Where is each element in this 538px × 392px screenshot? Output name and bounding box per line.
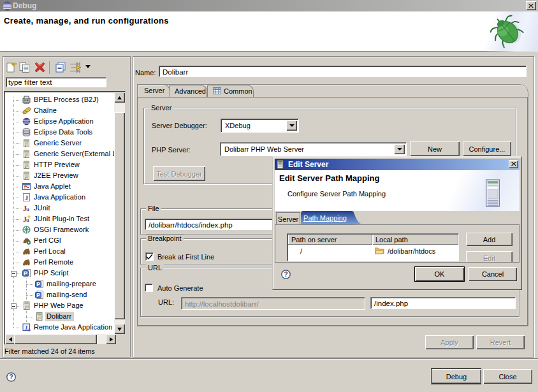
svg-text:u: u [26, 206, 29, 212]
svg-text:P: P [24, 270, 27, 277]
svg-text:P: P [36, 281, 40, 287]
svg-text:J: J [25, 194, 29, 201]
svg-text:P: P [36, 292, 40, 298]
svg-text:J: J [25, 324, 28, 331]
svg-text:?: ? [9, 374, 13, 381]
svg-text:?: ? [284, 271, 287, 278]
